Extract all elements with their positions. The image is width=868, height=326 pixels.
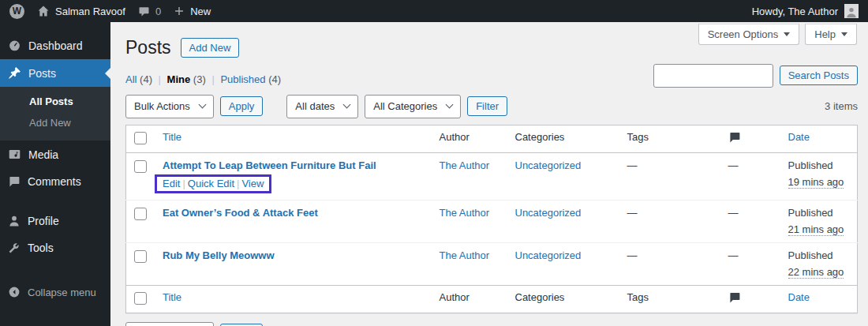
category-link[interactable]: Uncategorized (515, 207, 582, 219)
all-dates-value: All dates (295, 100, 335, 112)
wrench-icon (8, 242, 21, 254)
bulk-actions-select[interactable]: Bulk Actions (125, 95, 214, 118)
submenu-item-all-posts[interactable]: All Posts (0, 91, 110, 112)
user-avatar[interactable] (844, 4, 859, 18)
category-link[interactable]: Uncategorized (515, 159, 582, 171)
category-link[interactable]: Uncategorized (515, 249, 582, 261)
sidebar-item-label: Media (28, 148, 58, 161)
row-actions-highlight-box: Edit|Quick Edit|View (155, 174, 271, 193)
sidebar-item-label: Tools (28, 242, 54, 254)
items-count: 3 items (825, 100, 858, 112)
wordpress-logo-menu[interactable]: W (9, 4, 24, 19)
submenu-item-add-new[interactable]: Add New (0, 112, 110, 133)
sidebar-item-label: Comments (28, 175, 81, 188)
filter-mine-link[interactable]: Mine (167, 73, 191, 85)
comments-value: — (728, 159, 739, 171)
column-footer-categories: Categories (515, 291, 565, 303)
filter-all-count: (4) (140, 73, 152, 85)
admin-sidebar: Dashboard Posts All Posts Add New Media … (0, 22, 110, 326)
sidebar-item-posts[interactable]: Posts (0, 59, 110, 87)
column-header-tags: Tags (627, 131, 649, 143)
post-title-link[interactable]: Rub My Belly Meowww (163, 249, 275, 261)
menu-separator (0, 261, 110, 274)
chevron-down-icon (784, 32, 790, 36)
tags-value: — (627, 159, 638, 171)
author-link[interactable]: The Author (440, 159, 490, 171)
chevron-down-icon (198, 101, 206, 109)
howdy-text[interactable]: Howdy, The Author (752, 6, 838, 17)
post-status: Published (788, 207, 833, 219)
apply-button[interactable]: Apply (220, 96, 264, 116)
sidebar-item-label: Posts (28, 67, 56, 80)
column-header-author: Author (440, 131, 470, 143)
page-title: Posts (125, 37, 171, 59)
post-status: Published (788, 159, 833, 171)
sidebar-item-tools[interactable]: Tools (0, 234, 110, 261)
all-categories-value: All Categories (373, 100, 437, 112)
collapse-menu-button[interactable]: Collapse menu (0, 279, 110, 305)
sidebar-item-media[interactable]: Media (0, 141, 110, 168)
quick-edit-link[interactable]: Quick Edit (188, 178, 234, 189)
column-footer-title[interactable]: Title (163, 291, 181, 303)
sidebar-item-dashboard[interactable]: Dashboard (0, 32, 110, 59)
row-checkbox[interactable] (134, 250, 147, 263)
pushpin-icon (8, 66, 21, 80)
column-footer-date[interactable]: Date (788, 291, 810, 303)
filter-published-link[interactable]: Published (220, 73, 265, 85)
bulk-actions-select-bottom[interactable]: Bulk Actions (125, 322, 214, 326)
filter-button[interactable]: Filter (467, 96, 507, 116)
filter-published-count: (4) (268, 73, 281, 85)
row-checkbox[interactable] (134, 208, 147, 220)
bulk-actions-value: Bulk Actions (134, 100, 190, 112)
sidebar-item-profile[interactable]: Profile (0, 208, 110, 234)
author-link[interactable]: The Author (440, 249, 490, 261)
tags-value: — (627, 207, 638, 219)
collapse-menu-label: Collapse menu (28, 287, 96, 298)
filter-all-link[interactable]: All (125, 73, 137, 85)
view-link[interactable]: View (241, 178, 264, 189)
action-separator: | (180, 178, 187, 189)
new-content-menu[interactable]: New (174, 6, 211, 17)
screen-options-label: Screen Options (708, 28, 779, 40)
select-all-checkbox[interactable] (134, 292, 147, 305)
sidebar-item-label: Dashboard (28, 39, 83, 52)
column-header-title[interactable]: Title (163, 131, 181, 143)
all-categories-select[interactable]: All Categories (365, 95, 461, 118)
sidebar-item-comments[interactable]: Comments (0, 168, 110, 195)
post-date: 21 mins ago (788, 223, 844, 236)
screen-options-button[interactable]: Screen Options (698, 24, 800, 45)
post-row: Attempt To Leap Between Furniture But Fa… (126, 152, 858, 200)
comments-value: — (728, 207, 739, 219)
search-posts-button[interactable]: Search Posts (780, 66, 858, 85)
help-button[interactable]: Help (805, 24, 857, 45)
main-content: Screen Options Help Posts Add New All (4… (110, 22, 868, 326)
comments-shortcut[interactable]: 0 (138, 6, 161, 17)
post-date: 19 mins ago (788, 176, 844, 189)
site-menu[interactable]: Salman Ravoof (37, 5, 125, 17)
profile-person-icon (8, 215, 21, 227)
menu-separator (0, 195, 110, 208)
post-row: Eat Owner’s Food & Attack Feet The Autho… (126, 200, 858, 242)
search-posts-input[interactable] (653, 64, 773, 88)
post-title-link[interactable]: Eat Owner’s Food & Attack Feet (163, 207, 318, 219)
site-name: Salman Ravoof (55, 6, 125, 17)
help-label: Help (814, 28, 836, 40)
filter-published-label: Published (220, 73, 265, 85)
edit-link[interactable]: Edit (163, 178, 180, 189)
table-header-row: Title Author Categories Tags Date (126, 125, 858, 152)
author-link[interactable]: The Author (440, 207, 490, 219)
admin-bar: W Salman Ravoof 0 New Howdy, The Author (0, 0, 868, 22)
comments-value: — (728, 249, 739, 261)
post-title-link[interactable]: Attempt To Leap Between Furniture But Fa… (163, 159, 376, 171)
column-header-date[interactable]: Date (788, 131, 810, 143)
column-footer-author: Author (440, 291, 470, 303)
filter-mine-count: (3) (193, 73, 206, 85)
add-new-button[interactable]: Add New (181, 38, 240, 58)
plus-icon (174, 6, 185, 17)
row-checkbox[interactable] (134, 160, 147, 173)
select-all-checkbox[interactable] (134, 132, 147, 144)
home-icon (37, 5, 50, 17)
comments-column-icon (728, 291, 773, 304)
post-row: Rub My Belly Meowww The Author Uncategor… (126, 242, 858, 285)
all-dates-select[interactable]: All dates (286, 95, 358, 118)
